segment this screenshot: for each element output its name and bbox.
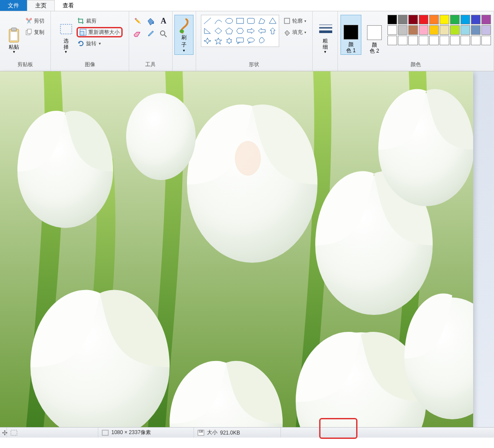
palette-color-29[interactable] [481,36,491,45]
palette-color-4[interactable] [429,15,439,24]
svg-rect-2 [10,32,17,40]
brush-icon [177,17,190,34]
svg-point-24 [235,141,261,176]
stroke-button[interactable]: 粗 细 ▼ [317,15,334,55]
palette-color-15[interactable] [440,25,449,35]
shapes-gallery[interactable] [201,15,279,47]
group-clipboard: 粘贴 ▼ ✂️ 剪切 复制 剪贴板 [0,11,51,71]
shape-star5[interactable] [213,36,224,46]
bucket-icon [146,17,155,25]
palette-color-5[interactable] [440,15,449,24]
color1-button[interactable]: 颜 色 1 [340,15,361,55]
status-bar: 1080 × 2337像素 大小 921.0KB [0,427,494,438]
palette-color-20[interactable] [387,36,397,45]
palette-color-16[interactable] [450,25,460,35]
shape-callout-cloud[interactable] [257,36,267,46]
palette-color-0[interactable] [387,15,397,24]
canvas[interactable] [0,71,473,428]
resize-label: 重新调整大小 [88,29,120,36]
palette-color-22[interactable] [408,36,418,45]
palette-color-19[interactable] [481,25,491,35]
cut-button[interactable]: ✂️ 剪切 [24,16,45,26]
pencil-tool[interactable]: ✏️ [131,15,144,27]
palette-color-8[interactable] [471,15,481,24]
shape-diamond[interactable] [213,26,224,36]
palette-color-14[interactable] [429,25,439,35]
dropdown-icon: ▼ [98,42,102,46]
tab-home[interactable]: 主页 [27,0,55,11]
shape-arrow-l[interactable] [257,26,267,36]
shape-star6[interactable] [224,36,234,46]
group-brush: 刷 子 ▼ [173,11,196,71]
shape-rect[interactable] [235,16,245,26]
shape-heart[interactable] [267,36,278,46]
palette-color-17[interactable] [461,25,470,35]
copy-button[interactable]: 复制 [24,27,45,37]
palette-color-13[interactable] [419,25,428,35]
palette-color-27[interactable] [461,36,470,45]
shape-line[interactable] [202,16,213,26]
size-label: 大小 [207,429,217,436]
fill-tool[interactable] [144,15,157,27]
resize-button[interactable]: 重新调整大小 [77,27,123,37]
color2-button[interactable]: 颜 色 2 [364,15,385,55]
shape-polygon[interactable] [257,16,267,26]
crop-icon [77,17,84,24]
rotate-button[interactable]: 旋转 ▼ [77,38,123,49]
shape-pentagon[interactable] [224,26,234,36]
text-tool[interactable]: A [157,15,170,27]
shape-oval[interactable] [224,16,234,26]
palette-color-9[interactable] [481,15,491,24]
shape-roundrect[interactable] [246,16,256,26]
fill-button[interactable]: 填充 ▾ [283,27,307,37]
svg-rect-16 [237,38,244,42]
tab-file[interactable]: 文件 [0,0,27,11]
svg-rect-33 [11,430,17,435]
shape-hexagon[interactable] [235,26,245,36]
palette-color-23[interactable] [419,36,428,45]
palette-color-25[interactable] [440,36,449,45]
palette-color-6[interactable] [450,15,460,24]
palette-color-24[interactable] [429,36,439,45]
palette-color-3[interactable] [419,15,428,24]
select-icon [59,21,73,37]
palette-color-10[interactable] [387,25,397,35]
crop-button[interactable]: 裁剪 [77,16,123,26]
palette-color-1[interactable] [398,15,407,24]
outline-icon [284,17,290,24]
palette-color-18[interactable] [471,25,481,35]
brush-label: 刷 子 [181,34,187,49]
tab-view[interactable]: 查看 [55,0,82,11]
shape-callout-rect[interactable] [235,36,245,46]
picker-tool[interactable] [144,28,157,40]
palette-color-26[interactable] [450,36,460,45]
paste-button[interactable]: 粘贴 ▼ [5,15,23,55]
eraser-tool[interactable] [131,28,144,40]
select-label: 选 择 [63,38,69,50]
shape-arrow-u[interactable] [267,26,278,36]
dropdown-icon: ▼ [64,50,68,54]
dimensions-text: 1080 × 2337像素 [111,429,151,436]
shape-rtriangle[interactable] [202,26,213,36]
shape-arrow-r[interactable] [246,26,256,36]
shape-curve[interactable] [213,16,224,26]
shape-star4[interactable] [202,36,213,46]
magnify-icon [160,30,167,38]
palette-color-28[interactable] [471,36,481,45]
shape-callout-round[interactable] [246,36,256,46]
group-label-clipboard: 剪贴板 [17,60,33,69]
brush-button[interactable]: 刷 子 ▼ [174,15,194,55]
palette-color-11[interactable] [398,25,407,35]
svg-rect-18 [284,18,290,23]
palette-color-7[interactable] [461,15,470,24]
eyedropper-icon [147,30,154,38]
palette-color-2[interactable] [408,15,418,24]
palette-color-21[interactable] [398,36,407,45]
select-button[interactable]: 选 择 ▼ [57,15,75,55]
shape-triangle[interactable] [267,16,278,26]
outline-button[interactable]: 轮廓 ▾ [283,16,307,26]
group-tools: ✏️ A 工具 [129,11,173,71]
dropdown-icon: ▾ [304,30,306,34]
palette-color-12[interactable] [408,25,418,35]
magnify-tool[interactable] [157,28,170,40]
